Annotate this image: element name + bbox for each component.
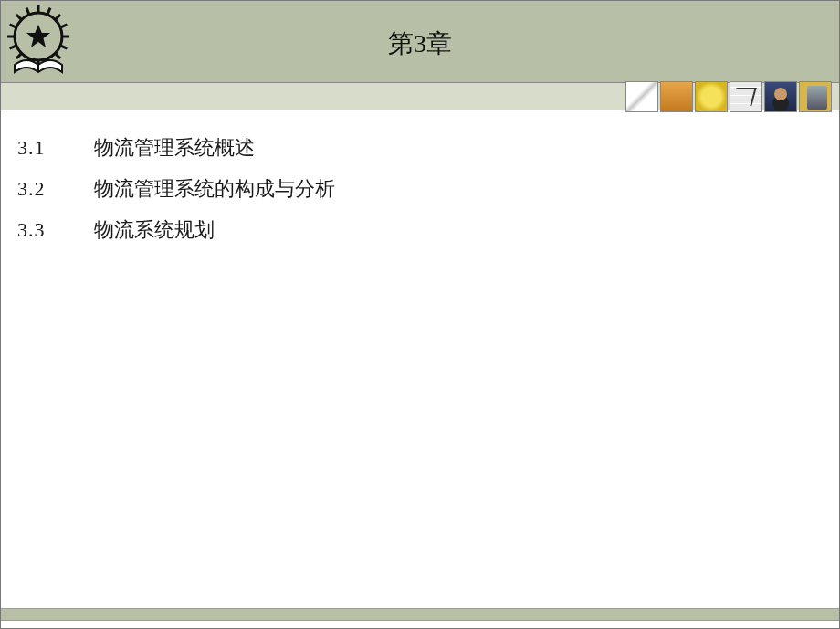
chart-grid-icon (730, 81, 762, 112)
svg-line-15 (16, 15, 22, 20)
toc-text: 物流管理系统概述 (94, 136, 255, 159)
toc-number: 3.1 (17, 127, 94, 168)
toc-number: 3.3 (17, 209, 94, 250)
thumbnail-strip (625, 81, 832, 112)
toc-number: 3.2 (17, 168, 94, 209)
sub-header-bar (1, 83, 839, 110)
toc-text: 物流管理系统的构成与分析 (94, 177, 335, 200)
compass-icon (625, 81, 658, 112)
hands-icon (660, 81, 693, 112)
person-suit-icon (764, 81, 797, 112)
svg-line-3 (55, 15, 60, 20)
toc-item: 3.2物流管理系统的构成与分析 (17, 168, 823, 209)
header-bar: 第3章 (1, 1, 839, 83)
toc-item: 3.1物流管理系统概述 (17, 127, 823, 168)
slide: 第3章 3.1物流管理系统概述 3.2物流管理系统的构成与分析 3.3物流系统规… (0, 0, 840, 629)
svg-line-16 (26, 8, 29, 15)
svg-line-2 (47, 8, 50, 15)
buildings-icon (799, 81, 832, 112)
compass-gold-icon (695, 81, 728, 112)
footer-bar (1, 608, 839, 621)
toc-text: 物流系统规划 (94, 218, 215, 241)
toc-item: 3.3物流系统规划 (17, 209, 823, 250)
toc-list: 3.1物流管理系统概述 3.2物流管理系统的构成与分析 3.3物流系统规划 (17, 127, 823, 250)
slide-title: 第3章 (1, 26, 839, 61)
